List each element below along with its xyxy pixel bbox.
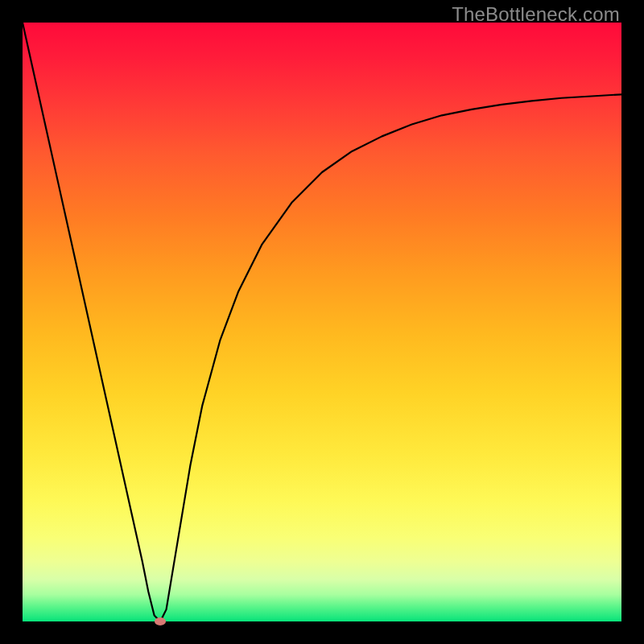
bottleneck-curve [23,23,621,621]
curve-layer [23,23,621,621]
minimum-marker [155,617,166,625]
plot-area [23,23,621,621]
chart-frame: TheBottleneck.com [0,0,644,644]
